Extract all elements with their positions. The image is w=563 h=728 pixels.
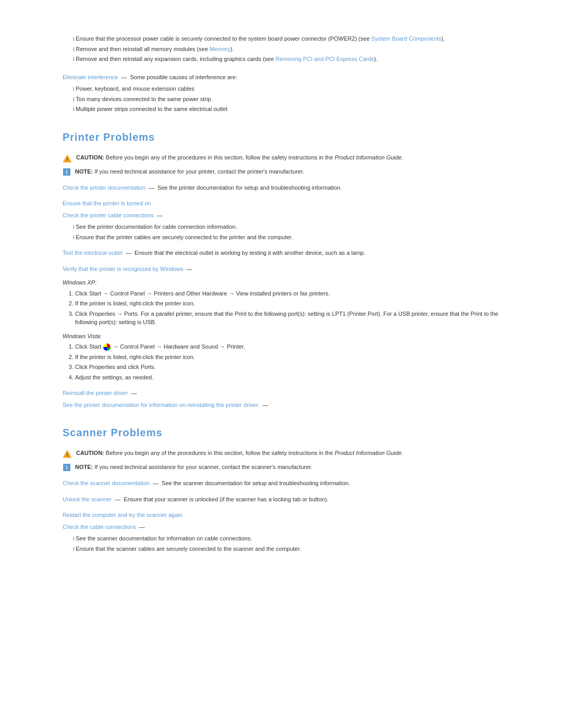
check-printer-cable: Check the printer cable connections —: [63, 211, 521, 220]
printer-cable-item-2: Ensure that the printer cables are secur…: [73, 233, 521, 242]
top-bullet-1: Ensure that the processor power cable is…: [73, 34, 521, 43]
winvista-step-1: Click Start → Control Panel → Hardware a…: [75, 342, 521, 351]
test-electrical-text: Ensure that the electrical outlet is wor…: [134, 250, 365, 256]
check-printer-docs: Check the printer documentation — See th…: [63, 183, 521, 192]
check-scanner-docs: Check the scanner documentation — See th…: [63, 479, 521, 488]
winvista-step-4: Adjust the settings, as needed.: [75, 373, 521, 382]
eliminate-link[interactable]: Eliminate interference: [63, 74, 118, 80]
eliminate-interference-section: Eliminate interference — Some possible c…: [63, 73, 521, 114]
windows-logo-icon: [103, 343, 111, 351]
scanner-caution-icon: !: [63, 449, 72, 459]
printer-caution-text: Before you begin any of the procedures i…: [106, 154, 403, 161]
unlock-scanner-text: Ensure that your scanner is unlocked (if…: [124, 496, 328, 502]
system-board-link[interactable]: System Board Components: [371, 35, 442, 42]
unlock-scanner: Unlock the scanner — Ensure that your sc…: [63, 495, 521, 504]
test-electrical-link[interactable]: Test the electrical outlet: [63, 250, 123, 256]
eliminate-item-2: Too many devices connected to the same p…: [73, 95, 521, 104]
winvista-step-2: If the printer is listed, right-click th…: [75, 353, 521, 362]
check-scanner-docs-text: See the scanner documentation for setup …: [162, 480, 350, 486]
printer-note: i NOTE: If you need technical assistance…: [63, 167, 521, 176]
winxp-step-2: If the printer is listed, right-click th…: [75, 299, 521, 308]
printer-note-label: NOTE:: [75, 168, 93, 175]
removing-pci-link[interactable]: Removing PCI and PCI Express Cards: [276, 56, 374, 62]
test-electrical-outlet: Test the electrical outlet — Ensure that…: [63, 249, 521, 257]
scanner-cable-item-1: See the scanner documentation for inform…: [73, 534, 521, 543]
check-scanner-cable: Check the cable connections —: [63, 523, 521, 532]
scanner-note-text: If you need technical assistance for you…: [94, 464, 312, 470]
eliminate-list: Power, keyboard, and mouse extension cab…: [63, 84, 521, 114]
eliminate-header: Eliminate interference — Some possible c…: [63, 73, 521, 82]
svg-text:i: i: [66, 465, 68, 471]
scanner-caution-label: CAUTION:: [76, 450, 104, 456]
printer-cable-item-1: See the printer documentation for cable …: [73, 223, 521, 231]
eliminate-description: Some possible causes of interference are…: [130, 74, 237, 80]
printer-problems-heading: Printer Problems: [63, 129, 521, 145]
scanner-cable-list: See the scanner documentation for inform…: [63, 534, 521, 553]
windows-vista-list: Click Start → Control Panel → Hardware a…: [63, 342, 521, 381]
svg-text:i: i: [66, 169, 68, 175]
memory-link[interactable]: Memory: [210, 46, 230, 52]
windows-xp-label: Windows XP:: [63, 278, 521, 287]
eliminate-item-3: Multiple power strips connected to the s…: [73, 105, 521, 114]
scanner-cable-item-2: Ensure that the scanner cables are secur…: [73, 545, 521, 553]
check-printer-docs-link[interactable]: Check the printer documentation: [63, 184, 145, 191]
windows-xp-list: Click Start → Control Panel → Printers a…: [63, 289, 521, 327]
scanner-note: i NOTE: If you need technical assistance…: [63, 463, 521, 472]
eliminate-item-1: Power, keyboard, and mouse extension cab…: [73, 84, 521, 93]
check-scanner-docs-link[interactable]: Check the scanner documentation: [63, 480, 150, 486]
top-bullet-2: Remove and then reinstall all memory mod…: [73, 45, 521, 54]
see-printer-docs: See the printer documentation for inform…: [63, 401, 521, 410]
restart-computer-link[interactable]: Restart the computer and try the scanner…: [63, 512, 182, 518]
scanner-caution: ! CAUTION: Before you begin any of the p…: [63, 449, 521, 459]
see-printer-docs-link[interactable]: See the printer documentation for inform…: [63, 402, 259, 408]
scanner-problems-heading: Scanner Problems: [63, 425, 521, 440]
printer-note-text: If you need technical assistance for you…: [94, 168, 304, 175]
svg-text:!: !: [66, 452, 68, 458]
printer-caution-label: CAUTION:: [76, 154, 104, 161]
check-scanner-cable-link[interactable]: Check the cable connections: [63, 524, 136, 530]
winvista-step-3: Click Properties and click Ports.: [75, 363, 521, 372]
scanner-note-label: NOTE:: [75, 464, 93, 470]
check-printer-docs-text: See the printer documentation for setup …: [157, 184, 341, 191]
top-bullet-list: Ensure that the processor power cable is…: [63, 34, 521, 64]
restart-computer: Restart the computer and try the scanner…: [63, 511, 521, 520]
windows-vista-label: Windows Vista:: [63, 332, 521, 341]
unlock-scanner-link[interactable]: Unlock the scanner: [63, 496, 112, 502]
verify-windows: Verify that the printer is recognized by…: [63, 265, 521, 274]
reinstall-driver: Reinstall the printer driver —: [63, 389, 521, 398]
printer-caution: ! CAUTION: Before you begin any of the p…: [63, 153, 521, 163]
top-bullet-3: Remove and then reinstall any expansion …: [73, 55, 521, 64]
note-icon: i: [63, 168, 71, 176]
scanner-caution-text: Before you begin any of the procedures i…: [106, 450, 403, 456]
printer-cable-list: See the printer documentation for cable …: [63, 223, 521, 241]
winxp-step-3: Click Properties → Ports. For a parallel…: [75, 310, 521, 327]
svg-text:!: !: [66, 156, 68, 162]
winxp-step-1: Click Start → Control Panel → Printers a…: [75, 289, 521, 298]
caution-icon: !: [63, 154, 72, 163]
ensure-printer-on-link[interactable]: Ensure that the printer is turned on: [63, 200, 151, 206]
check-printer-cable-link[interactable]: Check the printer cable connections: [63, 212, 154, 218]
reinstall-driver-link[interactable]: Reinstall the printer driver: [63, 390, 128, 396]
scanner-note-icon: i: [63, 463, 71, 472]
ensure-printer-on: Ensure that the printer is turned on: [63, 199, 521, 208]
verify-windows-link[interactable]: Verify that the printer is recognized by…: [63, 266, 183, 272]
